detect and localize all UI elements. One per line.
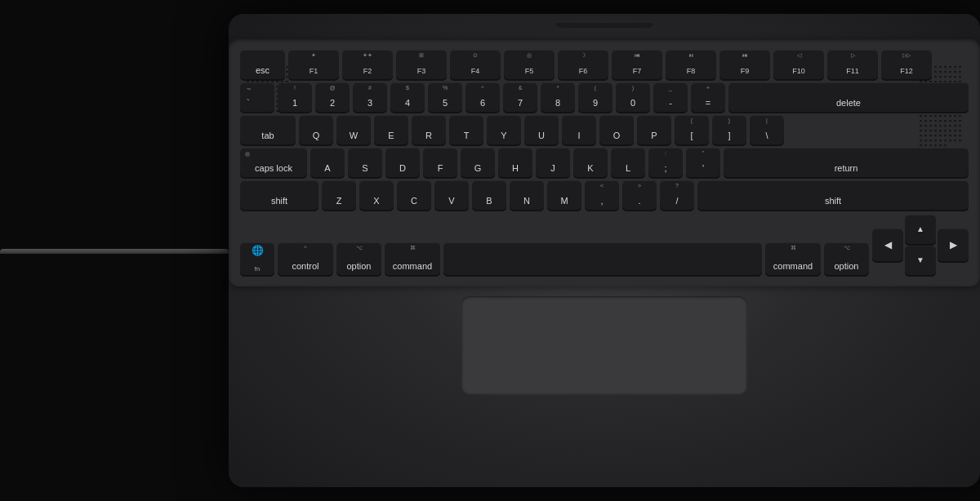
key-esc[interactable]: esc	[240, 50, 285, 79]
qwerty-row: tab Q W E R T Y U I O P {[ }] |\	[240, 115, 969, 144]
key-comma[interactable]: <,	[585, 180, 619, 210]
bottom-row: 🌐 fn ^ control ⌥ option ⌘ command	[240, 213, 969, 275]
key-arrow-up[interactable]: ▲	[905, 215, 936, 244]
key-e[interactable]: E	[374, 115, 408, 144]
key-f1[interactable]: ✦F1	[288, 50, 339, 79]
key-control[interactable]: ^ control	[278, 242, 333, 275]
key-capslock[interactable]: caps lock	[240, 148, 307, 177]
key-command-right[interactable]: ⌘ command	[765, 242, 821, 275]
key-f5[interactable]: ◎F5	[504, 50, 555, 79]
fn-row: esc ✦F1 ✦✦F2 ⊞F3 ⊙F4 ◎F5 ☽F6 ⏮F7 ⏯F8 ⏭F9…	[240, 50, 969, 79]
top-bar	[229, 22, 980, 29]
trackpad[interactable]	[461, 296, 747, 394]
key-t[interactable]: T	[449, 115, 483, 144]
key-option-right[interactable]: ⌥ option	[824, 242, 869, 275]
key-x[interactable]: X	[359, 180, 394, 210]
key-option-left[interactable]: ⌥ option	[336, 242, 381, 275]
key-equals[interactable]: +=	[691, 82, 725, 112]
lid-edge	[0, 249, 229, 254]
key-f4[interactable]: ⊙F4	[450, 50, 501, 79]
key-quote[interactable]: "'	[686, 148, 720, 177]
key-f12[interactable]: ▷▷F12	[881, 50, 932, 79]
key-p[interactable]: P	[637, 115, 671, 144]
key-f[interactable]: F	[423, 148, 457, 177]
key-9[interactable]: (9	[578, 82, 612, 112]
key-1[interactable]: !1	[278, 82, 312, 112]
key-period[interactable]: >.	[622, 180, 657, 210]
key-f10[interactable]: ◁F10	[773, 50, 824, 79]
key-u[interactable]: U	[524, 115, 559, 144]
zxcv-row: shift Z X C V B N M <, >. ?/ shift	[240, 180, 969, 210]
key-r[interactable]: R	[412, 115, 446, 144]
key-return[interactable]: return	[724, 148, 969, 177]
key-n[interactable]: N	[510, 180, 544, 210]
key-a[interactable]: A	[310, 148, 345, 177]
key-b[interactable]: B	[472, 180, 506, 210]
laptop-body: for(let i=0;i<150;i++) document.write('<…	[229, 14, 980, 487]
key-arrow-right[interactable]: ▶	[938, 228, 969, 261]
key-shift-right[interactable]: shift	[697, 180, 969, 210]
key-fn[interactable]: 🌐 fn	[240, 242, 274, 275]
keyboard-rows: esc ✦F1 ✦✦F2 ⊞F3 ⊙F4 ◎F5 ☽F6 ⏮F7 ⏯F8 ⏭F9…	[240, 50, 969, 275]
key-2[interactable]: @2	[315, 82, 350, 112]
key-command-left[interactable]: ⌘ command	[385, 242, 440, 275]
key-y[interactable]: Y	[487, 115, 521, 144]
key-o[interactable]: O	[599, 115, 634, 144]
key-w[interactable]: W	[336, 115, 371, 144]
key-f11[interactable]: ▷F11	[827, 50, 878, 79]
key-minus[interactable]: _-	[653, 82, 688, 112]
key-f6[interactable]: ☽F6	[558, 50, 608, 79]
number-row: ~ ` !1 @2 #3 $4 %5 ^6 &7 *8 (9 )0 _- += …	[240, 82, 969, 112]
key-space[interactable]	[443, 242, 762, 275]
key-arrow-left[interactable]: ◀	[872, 228, 903, 261]
key-tab[interactable]: tab	[240, 115, 296, 144]
key-slash[interactable]: ?/	[660, 180, 694, 210]
key-backtick[interactable]: ~ `	[240, 82, 274, 112]
key-f9[interactable]: ⏭F9	[719, 50, 770, 79]
camera-bump	[555, 23, 653, 28]
key-f8[interactable]: ⏯F8	[666, 50, 716, 79]
keyboard-container: esc ✦F1 ✦✦F2 ⊞F3 ⊙F4 ◎F5 ☽F6 ⏮F7 ⏯F8 ⏭F9…	[229, 38, 980, 286]
key-6[interactable]: ^6	[466, 82, 500, 112]
key-f7[interactable]: ⏮F7	[612, 50, 662, 79]
key-z[interactable]: Z	[322, 180, 356, 210]
key-arrow-down[interactable]: ▼	[905, 246, 936, 275]
key-f2[interactable]: ✦✦F2	[342, 50, 393, 79]
key-8[interactable]: *8	[541, 82, 575, 112]
key-f3[interactable]: ⊞F3	[396, 50, 447, 79]
key-delete[interactable]: delete	[728, 82, 969, 112]
key-s[interactable]: S	[348, 148, 382, 177]
key-d[interactable]: D	[385, 148, 420, 177]
key-k[interactable]: K	[573, 148, 608, 177]
key-h[interactable]: H	[498, 148, 532, 177]
key-5[interactable]: %5	[428, 82, 462, 112]
key-7[interactable]: &7	[503, 82, 537, 112]
key-i[interactable]: I	[562, 115, 596, 144]
key-0[interactable]: )0	[616, 82, 650, 112]
key-m[interactable]: M	[547, 180, 581, 210]
key-4[interactable]: $4	[390, 82, 425, 112]
key-lbracket[interactable]: {[	[675, 115, 709, 144]
asdf-row: caps lock A S D F G H J K L :; "' return	[240, 148, 969, 177]
key-semicolon[interactable]: :;	[648, 148, 683, 177]
key-j[interactable]: J	[536, 148, 570, 177]
key-shift-left[interactable]: shift	[240, 180, 318, 210]
key-3[interactable]: #3	[353, 82, 387, 112]
key-rbracket[interactable]: }]	[712, 115, 746, 144]
key-g[interactable]: G	[461, 148, 495, 177]
key-c[interactable]: C	[397, 180, 431, 210]
key-l[interactable]: L	[611, 148, 645, 177]
key-v[interactable]: V	[434, 180, 469, 210]
key-q[interactable]: Q	[299, 115, 333, 144]
key-backslash[interactable]: |\	[750, 115, 784, 144]
